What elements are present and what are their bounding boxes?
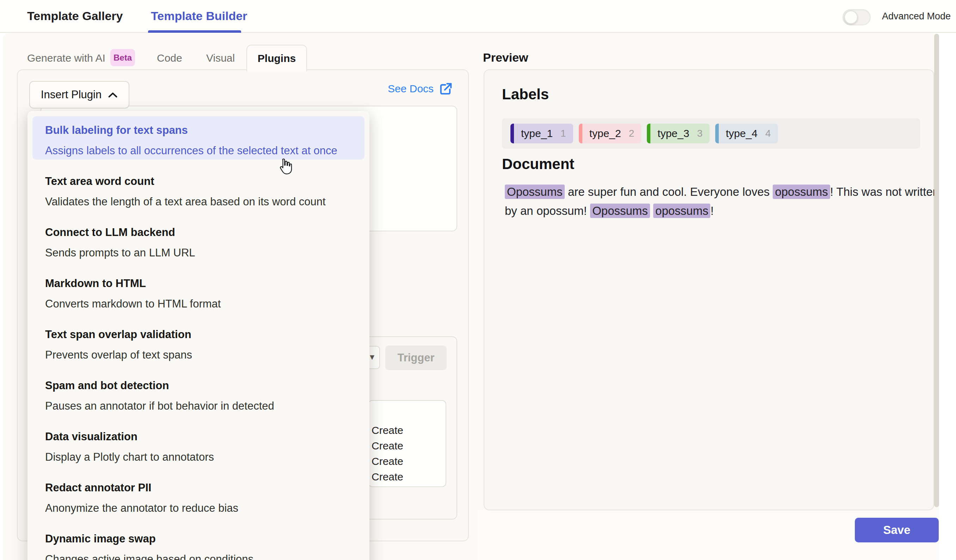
see-docs-label: See Docs <box>388 83 434 95</box>
label-chip-hotkey: 3 <box>697 128 703 139</box>
plugin-menu-item-title: Text area word count <box>45 174 352 188</box>
see-docs-link[interactable]: See Docs <box>388 81 453 97</box>
beta-badge: Beta <box>110 49 135 66</box>
app-header: Template Gallery Template Builder Advanc… <box>0 0 956 33</box>
preview-heading: Preview <box>483 49 528 66</box>
plugin-menu-item-title: Bulk labeling for text spans <box>45 123 352 137</box>
tab-visual[interactable]: Visual <box>206 49 235 67</box>
plugin-menu-item-title: Data visualization <box>45 430 352 444</box>
tab-plugins[interactable]: Plugins <box>247 45 307 72</box>
plugin-menu-item-description: Assigns labels to all occurrences of the… <box>45 144 352 158</box>
toggle-knob-icon <box>844 11 858 24</box>
event-log-box: CreateCreateCreateCreate <box>368 400 446 487</box>
label-color-bar <box>510 124 514 143</box>
labels-heading: Labels <box>502 86 549 103</box>
plugin-menu-item-title: Spam and bot detection <box>45 379 352 393</box>
plugin-menu-item[interactable]: Data visualizationDisplay a Plotly chart… <box>32 423 365 466</box>
caret-down-icon: ▾ <box>370 351 374 362</box>
label-chip-hotkey: 2 <box>629 128 635 139</box>
label-color-bar <box>715 124 719 143</box>
external-link-icon <box>439 82 453 96</box>
highlighted-span[interactable]: opossums <box>773 185 830 199</box>
plugin-menu-item-description: Changes active image based on conditions <box>45 552 352 560</box>
advanced-mode-toggle[interactable] <box>843 9 871 25</box>
plugin-menu-item-description: Sends prompts to an LLM URL <box>45 246 352 260</box>
tab-template-builder[interactable]: Template Builder <box>151 0 247 32</box>
plugin-menu-item-description: Validates the length of a text area base… <box>45 195 352 209</box>
highlighted-span[interactable]: opossums <box>653 204 710 218</box>
plugin-menu-item[interactable]: Spam and bot detectionPauses an annotato… <box>32 372 365 415</box>
save-button[interactable]: Save <box>855 518 939 543</box>
tab-generate-with-ai[interactable]: Generate with AI <box>27 49 105 67</box>
event-log-row: Create <box>371 469 446 485</box>
document-text: Opossums are super fun and cool. Everyon… <box>505 182 956 221</box>
plugin-menu-item-description: Prevents overlap of text spans <box>45 348 352 362</box>
plugin-menu-item[interactable]: Connect to LLM backendSends prompts to a… <box>32 218 365 262</box>
label-chip-text: type_3 <box>657 127 689 140</box>
document-heading: Document <box>502 156 574 173</box>
label-chip-body: type_22 <box>582 124 642 143</box>
plugin-menu-item-title: Text span overlap validation <box>45 328 352 342</box>
label-color-bar <box>579 124 582 143</box>
label-chip-text: type_1 <box>521 127 553 140</box>
plugin-menu-item[interactable]: Bulk labeling for text spansAssigns labe… <box>32 116 365 160</box>
plugin-menu-item[interactable]: Markdown to HTMLConverts markdown to HTM… <box>32 270 365 313</box>
plugin-menu-item-title: Redact annotator PII <box>45 481 352 495</box>
highlighted-span[interactable]: Opossums <box>505 185 565 199</box>
plugin-menu-item-description: Display a Plotly chart to annotators <box>45 450 352 464</box>
label-chip-text: type_2 <box>590 127 621 140</box>
label-chip-body: type_33 <box>650 124 709 143</box>
plugin-menu-item[interactable]: Text area word countValidates the length… <box>32 167 365 211</box>
label-chip-body: type_11 <box>514 124 573 143</box>
plugin-menu-item[interactable]: Text span overlap validationPrevents ove… <box>32 320 365 364</box>
label-chip[interactable]: type_22 <box>579 124 642 143</box>
label-chip-body: type_44 <box>719 124 778 143</box>
plugin-menu-item-description: Pauses an annotator if bot behavior in d… <box>45 399 352 413</box>
label-chip[interactable]: type_44 <box>715 124 778 143</box>
tab-template-gallery[interactable]: Template Gallery <box>27 0 123 32</box>
plugin-menu-item-description: Anonymize the annotator to reduce bias <box>45 501 352 515</box>
label-chip[interactable]: type_11 <box>510 124 573 143</box>
insert-plugin-button[interactable]: Insert Plugin <box>29 81 129 108</box>
label-chip[interactable]: type_33 <box>647 124 709 143</box>
label-chip-hotkey: 1 <box>560 128 566 139</box>
insert-plugin-label: Insert Plugin <box>41 88 102 101</box>
trigger-button[interactable]: Trigger <box>385 345 447 370</box>
label-chip-hotkey: 4 <box>765 128 771 139</box>
event-log-list: CreateCreateCreateCreate <box>369 401 446 485</box>
insert-plugin-menu: Bulk labeling for text spansAssigns labe… <box>27 111 370 560</box>
chevron-up-icon <box>108 92 118 98</box>
plugin-menu-item[interactable]: Redact annotator PIIAnonymize the annota… <box>32 474 365 517</box>
plugin-menu-item-title: Connect to LLM backend <box>45 226 352 240</box>
event-log-row: Create <box>371 453 446 469</box>
document-plain-text: ! <box>710 204 714 217</box>
tab-code[interactable]: Code <box>157 49 182 67</box>
plugin-menu-item-title: Markdown to HTML <box>45 276 352 290</box>
event-log-row: Create <box>371 438 446 453</box>
advanced-mode-label: Advanced Mode <box>882 0 951 33</box>
plugin-menu-item-description: Converts markdown to HTML format <box>45 297 352 311</box>
label-chip-text: type_4 <box>726 127 758 140</box>
plugin-menu-item[interactable]: Dynamic image swapChanges active image b… <box>32 525 365 560</box>
label-color-bar <box>647 124 650 143</box>
label-chips-row: type_11type_22type_33type_44 <box>502 118 920 149</box>
vertical-scrollbar[interactable] <box>934 34 939 507</box>
event-log-row: Create <box>371 423 446 438</box>
plugin-menu-item-title: Dynamic image swap <box>45 532 352 546</box>
document-plain-text: are super fun and cool. Everyone loves <box>565 185 773 198</box>
active-tab-underline <box>148 30 241 33</box>
document-plain-text <box>650 204 653 217</box>
highlighted-span[interactable]: Opossums <box>590 204 650 218</box>
